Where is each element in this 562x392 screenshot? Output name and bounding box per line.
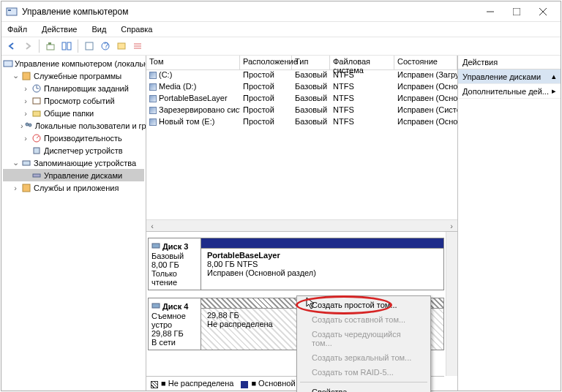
tree-services[interactable]: ›Службы и приложения <box>3 181 144 194</box>
tree-disk-management[interactable]: Управление дисками <box>3 169 144 181</box>
nav-tree[interactable]: Управление компьютером (локальным) ⌄Служ… <box>1 56 146 391</box>
tree-system-tools[interactable]: ⌄Служебные программы <box>3 69 144 82</box>
actions-more[interactable]: Дополнительные дей...▸ <box>458 84 561 99</box>
svg-point-24 <box>26 123 29 126</box>
tree-root[interactable]: Управление компьютером (локальным) <box>3 57 144 69</box>
maximize-button[interactable] <box>503 2 530 21</box>
svg-rect-0 <box>7 8 17 15</box>
svg-rect-18 <box>23 72 30 80</box>
col-fs[interactable]: Файловая система <box>330 56 394 69</box>
svg-rect-30 <box>33 174 40 177</box>
svg-rect-17 <box>4 61 12 67</box>
menu-action[interactable]: Действие <box>39 23 80 35</box>
disk3-volume[interactable]: PortableBaseLayer 8,00 ГБ NTFS Исправен … <box>201 238 443 290</box>
menu-help[interactable]: Справка <box>118 23 155 35</box>
disk3-panel[interactable]: Диск 3 Базовый 8,00 ГБ Только чтение Por… <box>148 238 444 290</box>
svg-rect-7 <box>48 42 51 45</box>
context-menu: Создать простой том... Создать составной… <box>296 295 431 392</box>
window-title: Управление компьютером <box>22 7 477 17</box>
volume-row[interactable]: Зарезервировано системойПростойБазовыйNT… <box>146 105 457 117</box>
svg-line-27 <box>37 136 39 138</box>
menu-file[interactable]: Файл <box>4 23 30 35</box>
tree-performance[interactable]: ›Производительность <box>3 132 144 144</box>
h-scrollbar[interactable]: ‹› <box>146 219 457 231</box>
tree-event-viewer[interactable]: ›Просмотр событий <box>3 94 144 107</box>
disk-icon <box>151 241 160 252</box>
actions-disk-mgmt[interactable]: Управление дисками▴ <box>458 69 561 84</box>
chevron-right-icon: ▸ <box>552 86 556 96</box>
tree-device-manager[interactable]: Диспетчер устройств <box>3 144 144 157</box>
svg-rect-1 <box>8 10 11 11</box>
toolbar: ? <box>1 37 561 56</box>
svg-rect-23 <box>33 111 40 116</box>
titlebar: Управление компьютером <box>1 1 561 22</box>
close-button[interactable] <box>530 2 556 21</box>
svg-rect-6 <box>47 45 54 50</box>
refresh-button[interactable] <box>82 39 97 53</box>
ctx-create-striped-volume: Создать чередующийся том... <box>299 327 429 350</box>
tree-storage[interactable]: ⌄Запоминающие устройства <box>3 157 144 169</box>
col-status[interactable]: Состояние <box>394 56 457 69</box>
disk4-header[interactable]: Диск 4 Съемное устро 29,88 ГБ В сети <box>149 298 201 350</box>
menu-view[interactable]: Вид <box>89 23 109 35</box>
svg-rect-8 <box>62 42 66 50</box>
volume-row[interactable]: Media (D:)ПростойБазовыйNTFSИсправен (Ос… <box>146 82 457 94</box>
svg-rect-13 <box>118 43 125 49</box>
tree-shared-folders[interactable]: ›Общие папки <box>3 107 144 119</box>
ctx-properties[interactable]: Свойства <box>299 385 429 392</box>
svg-rect-10 <box>86 42 93 50</box>
volume-row[interactable]: (C:)ПростойБазовыйNTFSИсправен (Загрузка… <box>146 70 457 82</box>
col-volume[interactable]: Том <box>146 56 240 69</box>
svg-rect-31 <box>23 184 30 192</box>
v-scrollbar[interactable] <box>446 232 457 376</box>
svg-rect-29 <box>23 161 30 165</box>
minimize-button[interactable] <box>477 2 503 21</box>
svg-text:?: ? <box>104 41 108 50</box>
ctx-create-simple-volume[interactable]: Создать простой том... <box>299 298 429 312</box>
svg-rect-22 <box>33 98 40 104</box>
volume-row[interactable]: PortableBaseLayerПростойБазовыйNTFSИспра… <box>146 94 457 105</box>
list-button[interactable] <box>130 39 145 53</box>
tree-local-users[interactable]: ›Локальные пользователи и группы <box>3 119 144 132</box>
svg-rect-28 <box>34 148 40 154</box>
up-button[interactable] <box>43 39 58 53</box>
svg-rect-32 <box>152 244 160 248</box>
disk3-header[interactable]: Диск 3 Базовый 8,00 ГБ Только чтение <box>149 238 201 290</box>
show-hide-button[interactable] <box>59 39 74 53</box>
svg-rect-33 <box>152 304 160 308</box>
back-button[interactable] <box>4 39 19 53</box>
properties-button[interactable] <box>114 39 129 53</box>
ctx-create-mirrored-volume: Создать зеркальный том... <box>299 350 429 365</box>
help-button[interactable]: ? <box>98 39 113 53</box>
volume-list[interactable]: Том Расположение Тип Файловая система Со… <box>146 56 457 232</box>
svg-rect-3 <box>513 8 520 15</box>
col-layout[interactable]: Расположение <box>240 56 292 69</box>
forward-button[interactable] <box>20 39 35 53</box>
disk-icon <box>151 301 160 312</box>
col-type[interactable]: Тип <box>292 56 330 69</box>
tree-task-scheduler[interactable]: ›Планировщик заданий <box>3 82 144 94</box>
actions-pane: Действия Управление дисками▴ Дополнитель… <box>458 56 561 391</box>
ctx-create-raid5-volume: Создать том RAID-5... <box>299 365 429 380</box>
actions-header: Действия <box>458 56 561 69</box>
chevron-up-icon: ▴ <box>552 72 556 81</box>
svg-point-25 <box>29 124 31 127</box>
svg-rect-9 <box>67 42 71 50</box>
app-icon <box>6 6 18 18</box>
menubar: Файл Действие Вид Справка <box>1 22 561 37</box>
volume-row[interactable]: Новый том (E:)ПростойБазовыйNTFSИсправен… <box>146 117 457 129</box>
ctx-create-spanned-volume: Создать составной том... <box>299 312 429 327</box>
column-headers[interactable]: Том Расположение Тип Файловая система Со… <box>146 56 457 70</box>
